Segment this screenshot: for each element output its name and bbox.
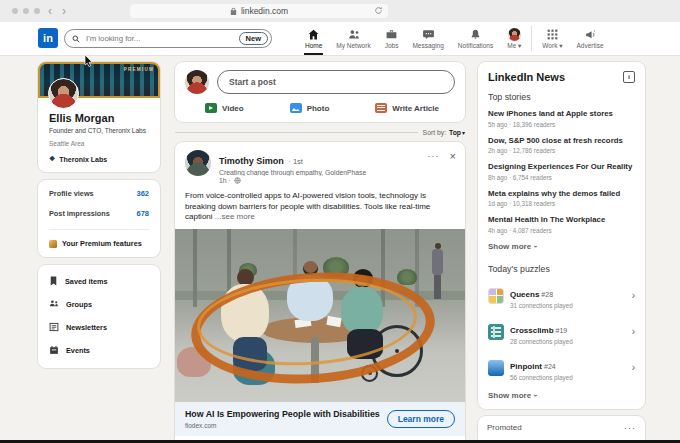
sidebar-item-newsletters[interactable]: Newsletters: [49, 322, 149, 332]
article-icon: [375, 103, 387, 113]
post-link-card[interactable]: How AI Is Empowering People with Disabil…: [175, 402, 465, 436]
chevron-down-icon: ›: [531, 245, 540, 248]
chevron-right-icon: ›: [632, 362, 635, 373]
sidebar-item-saved-items[interactable]: Saved items: [49, 276, 149, 286]
briefcase-icon: [385, 28, 398, 41]
address-bar[interactable]: linkedin.com: [130, 4, 388, 18]
post-composer-card: Start a post Video Photo Write Article: [175, 62, 465, 122]
post-dismiss-icon[interactable]: ×: [450, 150, 456, 162]
puzzle-queens[interactable]: Queens#28 31 connections played ›: [488, 283, 635, 309]
profile-name[interactable]: Ellis Morgan: [49, 112, 149, 124]
link-source: fiodex.com: [185, 422, 380, 429]
browser-chrome: ‹ › linkedin.com: [0, 0, 680, 23]
right-rail: LinkedIn News i Top stories New iPhones …: [478, 62, 645, 443]
caret-down-icon: ▾: [559, 42, 562, 49]
traffic-light-zoom[interactable]: [34, 8, 40, 14]
queens-icon: [488, 288, 504, 304]
composer-avatar[interactable]: [185, 70, 209, 94]
nav-item-messaging[interactable]: Messaging: [405, 22, 450, 55]
search-box[interactable]: New: [64, 29, 272, 48]
profile-views-row[interactable]: Profile views 362: [49, 189, 149, 198]
profile-card[interactable]: PREMIUM Ellis Morgan Founder and CTO, Th…: [38, 62, 160, 172]
link-title: How AI Is Empowering People with Disabil…: [185, 409, 380, 419]
profile-company[interactable]: ❖ Theronix Labs: [49, 155, 149, 163]
see-more-link[interactable]: ...see more: [215, 212, 255, 221]
promoted-more-icon[interactable]: ···: [624, 423, 636, 433]
primary-nav: Home My Network Jobs Messaging Notificat…: [298, 22, 611, 55]
nav-divider: [531, 26, 532, 51]
news-story[interactable]: Meta explains why the demos failed 1d ag…: [488, 189, 635, 208]
me-avatar: [508, 28, 521, 41]
post-author-name[interactable]: Timothy Simon: [219, 156, 284, 166]
premium-features-link[interactable]: Your Premium features: [49, 239, 149, 248]
divider: [175, 132, 418, 133]
news-story[interactable]: Designing Experiences For Our Reality 8h…: [488, 162, 635, 181]
nav-item-notifications[interactable]: Notifications: [451, 22, 500, 55]
mouse-cursor: [84, 55, 94, 67]
sidebar-item-events[interactable]: Events: [49, 345, 149, 355]
nav-item-jobs[interactable]: Jobs: [378, 22, 406, 55]
news-story[interactable]: New iPhones land at Apple stores 5h ago …: [488, 109, 635, 128]
news-story[interactable]: Dow, S&P 500 close at fresh records 2h a…: [488, 136, 635, 155]
linkedin-logo[interactable]: in: [38, 28, 58, 48]
post-author-avatar[interactable]: [185, 150, 211, 176]
crossclimb-icon: [488, 324, 504, 340]
info-icon[interactable]: i: [623, 71, 635, 83]
nav-item-work[interactable]: Work ▾: [535, 22, 569, 55]
url-text: linkedin.com: [241, 6, 288, 16]
plant: [397, 269, 417, 285]
post-image[interactable]: [175, 229, 465, 402]
post-impressions-row[interactable]: Post impressions 678: [49, 209, 149, 218]
feed-sort-row: Sort by: Top ▾: [175, 129, 465, 136]
puzzles-show-more[interactable]: Show more ›: [488, 391, 635, 400]
grid-icon: [546, 28, 559, 41]
search-input[interactable]: [84, 33, 235, 44]
puzzle-pinpoint[interactable]: Pinpoint#24 56 connections played ›: [488, 355, 635, 381]
linkedin-navbar: in New Home My Network Jobs Mes: [0, 22, 680, 56]
sort-by-value[interactable]: Top: [449, 129, 461, 136]
dashboard-card: Profile views 362 Post impressions 678 Y…: [38, 180, 160, 257]
puzzle-crossclimb[interactable]: Crossclimb#19 28 connections played ›: [488, 319, 635, 345]
post-more-icon[interactable]: ···: [428, 151, 440, 161]
bell-icon: [469, 28, 482, 41]
feed-column: Start a post Video Photo Write Article: [175, 62, 465, 443]
puzzles-title: Today's puzzles: [488, 264, 635, 274]
video-button[interactable]: Video: [205, 103, 244, 113]
chevron-right-icon: ›: [632, 290, 635, 301]
traffic-light-minimize[interactable]: [23, 8, 29, 14]
sidebar-item-groups[interactable]: Groups: [49, 299, 149, 309]
traffic-light-close[interactable]: [12, 8, 18, 14]
nav-item-advertise[interactable]: Advertise: [569, 22, 610, 55]
write-article-button[interactable]: Write Article: [375, 103, 439, 113]
nav-item-home[interactable]: Home: [298, 22, 329, 55]
caret-down-icon: ▾: [518, 42, 521, 49]
search-icon: [72, 35, 80, 43]
people-icon: [347, 28, 361, 41]
home-icon: [307, 28, 320, 41]
newsletter-icon: [49, 322, 59, 332]
profile-headline: Founder and CTO, Theronix Labs: [49, 127, 149, 134]
profile-avatar[interactable]: [48, 78, 79, 109]
news-show-more[interactable]: Show more ›: [488, 242, 635, 251]
top-stories-label: Top stories: [488, 92, 635, 102]
chevron-down-icon: ›: [531, 394, 540, 397]
nav-item-me[interactable]: Me ▾: [500, 22, 528, 55]
divider: [49, 229, 149, 230]
post-author-headline: Creating change through empathy, GoldenP…: [219, 169, 415, 176]
learn-more-button[interactable]: Learn more: [387, 410, 455, 428]
nav-item-my-network[interactable]: My Network: [329, 22, 377, 55]
globe-icon: [234, 177, 241, 184]
start-post-button[interactable]: Start a post: [217, 70, 455, 94]
promoted-card: Promoted ··· We aim to beat the market, …: [478, 416, 645, 443]
photo-button[interactable]: Photo: [290, 103, 330, 113]
forward-icon[interactable]: ›: [62, 1, 66, 21]
connection-degree: · 1st: [288, 157, 303, 166]
reload-icon[interactable]: [374, 6, 383, 15]
news-story[interactable]: Mental Health In The Workplace 4h ago · …: [488, 215, 635, 234]
profile-location: Seattle Area: [49, 140, 149, 147]
left-sidebar: PREMIUM Ellis Morgan Founder and CTO, Th…: [38, 62, 160, 368]
caret-down-icon[interactable]: ▾: [462, 129, 465, 136]
sort-by-label: Sort by:: [423, 129, 446, 136]
browser-window: ‹ › linkedin.com in New Home My Network: [0, 0, 680, 443]
back-icon[interactable]: ‹: [48, 1, 52, 21]
